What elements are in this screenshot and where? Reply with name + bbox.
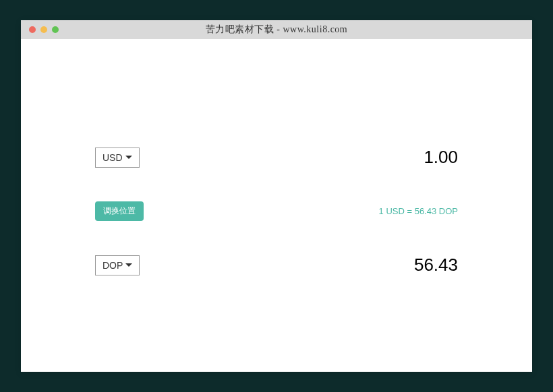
close-button[interactable] [29,26,36,33]
maximize-button[interactable] [52,26,59,33]
to-currency-label: DOP [103,260,123,271]
chevron-down-icon [125,263,132,267]
from-currency-row: USD 1.00 [95,147,458,168]
from-currency-select[interactable]: USD [95,148,140,168]
titlebar: 苦力吧素材下载 - www.kuli8.com [21,20,532,39]
swap-button[interactable]: 调换位置 [95,201,144,221]
traffic-lights [29,26,59,33]
content-area: USD 1.00 调换位置 1 USD = 56.43 DOP DOP 56.4… [21,39,532,372]
to-currency-row: DOP 56.43 [95,255,458,275]
to-currency-select[interactable]: DOP [95,255,140,275]
exchange-rate-text: 1 USD = 56.43 DOP [379,206,458,216]
window-title: 苦力吧素材下载 - www.kuli8.com [29,24,524,36]
from-currency-label: USD [103,152,123,163]
middle-row: 调换位置 1 USD = 56.43 DOP [95,201,458,221]
chevron-down-icon [125,156,132,159]
app-window: 苦力吧素材下载 - www.kuli8.com USD 1.00 调换位置 1 … [21,20,532,372]
to-value-display[interactable]: 56.43 [414,255,458,275]
minimize-button[interactable] [40,26,47,33]
from-value-display[interactable]: 1.00 [424,147,458,168]
